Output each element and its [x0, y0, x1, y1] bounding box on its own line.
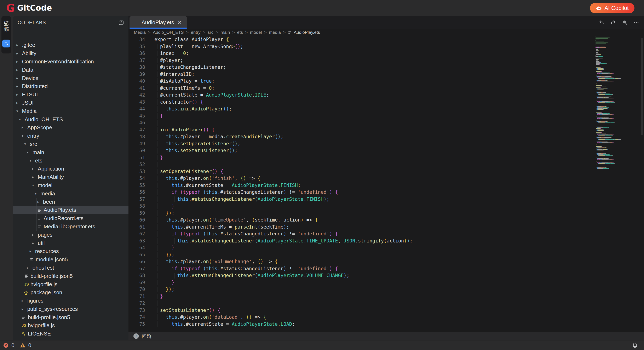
tree-folder-jsui[interactable]: ▸JSUI — [13, 99, 128, 107]
code-line-34[interactable]: 34export class AudioPlayer { — [128, 36, 644, 43]
code-line-52[interactable]: 52 — [128, 161, 644, 168]
tree-folder-ohostest[interactable]: ▸ohosTest — [13, 264, 128, 272]
tree-folder-media[interactable]: ▾Media — [13, 107, 128, 115]
code-line-57[interactable]: 57this.#statusChangedListener(AudioPlaye… — [128, 196, 644, 203]
tree-file-hvigorfile-js[interactable]: JShvigorfile.js — [13, 280, 128, 288]
code-line-56[interactable]: 56if (typeof (this.#statusChangedListene… — [128, 189, 644, 196]
code-line-44[interactable]: 44this.initAudioPlayer(); — [128, 106, 644, 112]
breadcrumb-item[interactable]: src — [208, 30, 214, 35]
code-line-47[interactable]: 47initAudioPlayer() { — [128, 126, 644, 134]
tree-file-build-profile-json5[interactable]: build-profile.json5 — [13, 313, 128, 322]
code-line-65[interactable]: 65}); — [128, 251, 644, 258]
code-line-37[interactable]: 37#player; — [128, 57, 644, 64]
chevron-collapsed-icon[interactable]: ▸ — [16, 51, 22, 56]
tree-folder-ets[interactable]: ▾ets — [13, 156, 128, 165]
tree-folder-entry[interactable]: ▾entry — [13, 132, 128, 140]
tree-folder-public-sys-resources[interactable]: ▸public_sys-resources — [13, 305, 128, 313]
edit-document-icon[interactable] — [2, 40, 10, 48]
tree-file-module-json5[interactable]: module.json5 — [13, 256, 128, 264]
chevron-collapsed-icon[interactable]: ▸ — [16, 43, 22, 47]
code-line-41[interactable]: 41#currentTimeMs = 0; — [128, 85, 644, 92]
breadcrumb-item[interactable]: main — [220, 30, 230, 35]
breadcrumb-item[interactable]: ets — [237, 30, 243, 35]
chevron-collapsed-icon[interactable]: ▸ — [27, 266, 32, 270]
chevron-expanded-icon[interactable]: ▾ — [30, 158, 35, 163]
code-line-42[interactable]: 42#currentState = AudioPlayerState.IDLE; — [128, 92, 644, 99]
code-line-35[interactable]: 35playlist = new Array<Song>(); — [128, 43, 644, 50]
breadcrumb-file[interactable]: AudioPlay.ets — [288, 30, 320, 35]
code-line-63[interactable]: 63this.#statusChangedListener(AudioPlaye… — [128, 238, 644, 244]
code-line-38[interactable]: 38#statusChangedListener; — [128, 64, 644, 71]
tree-folder-ability[interactable]: ▸Ability — [13, 49, 128, 58]
chevron-collapsed-icon[interactable]: ▸ — [16, 68, 22, 72]
breadcrumb-item[interactable]: Audio_OH_ETS — [153, 30, 184, 35]
code-line-74[interactable]: 74this.#player.on('dataLoad', () => { — [128, 314, 644, 321]
code-line-55[interactable]: 55this.#currentState = AudioPlayerState.… — [128, 182, 644, 189]
tree-folder-appscope[interactable]: ▸AppScope — [13, 124, 128, 132]
chevron-collapsed-icon[interactable]: ▸ — [32, 175, 38, 179]
problems-status[interactable]: 0 0 — [3, 342, 34, 348]
problems-bar[interactable]: ! 问题 — [128, 332, 644, 340]
chevron-collapsed-icon[interactable]: ▸ — [22, 298, 27, 303]
code-line-67[interactable]: 67if (typeof (this.#statusChangedListene… — [128, 265, 644, 272]
breadcrumb-item[interactable]: model — [250, 30, 262, 35]
breadcrumb-item[interactable]: entry — [191, 30, 200, 35]
code-line-53[interactable]: 53setOperateListener() { — [128, 168, 644, 175]
chevron-expanded-icon[interactable]: ▾ — [19, 117, 25, 122]
code-line-73[interactable]: 73setStatusListener() { — [128, 307, 644, 314]
code-line-68[interactable]: 68this.#statusChangedListener(AudioPlaye… — [128, 272, 644, 279]
code-line-48[interactable]: 48this.#player = media.createAudioPlayer… — [128, 133, 644, 140]
code-line-75[interactable]: 75this.#currentState = AudioPlayerState.… — [128, 321, 644, 328]
code-line-59[interactable]: 59}); — [128, 210, 644, 217]
code-editor[interactable]: 34export class AudioPlayer {35playlist =… — [128, 36, 644, 332]
code-line-72[interactable]: 72 — [128, 300, 644, 307]
tree-file-build-profile-json5[interactable]: build-profile.json5 — [13, 272, 128, 280]
code-line-39[interactable]: 39#intervalID; — [128, 71, 644, 78]
tree-folder-distributed[interactable]: ▸Distributed — [13, 82, 128, 90]
chevron-collapsed-icon[interactable]: ▸ — [22, 125, 27, 130]
undo-icon[interactable] — [598, 19, 605, 26]
tree-file-hvigorfile-js[interactable]: JShvigorfile.js — [13, 322, 128, 330]
chevron-collapsed-icon[interactable]: ▸ — [16, 92, 22, 97]
chevron-collapsed-icon[interactable]: ▸ — [32, 241, 38, 245]
chevron-collapsed-icon[interactable]: ▸ — [16, 101, 22, 105]
tree-file-package-json[interactable]: {}package.json — [13, 338, 128, 340]
chevron-expanded-icon[interactable]: ▾ — [35, 192, 40, 196]
tree-folder-application[interactable]: ▸Application — [13, 165, 128, 173]
tree-folder-pages[interactable]: ▸pages — [13, 231, 128, 239]
tree-file-audioplay-ets[interactable]: AudioPlay.ets — [13, 206, 128, 214]
chevron-collapsed-icon[interactable]: ▸ — [32, 166, 38, 171]
editor-scrollbar[interactable] — [641, 38, 644, 135]
code-line-58[interactable]: 58} — [128, 203, 644, 210]
tree-folder-figures[interactable]: ▸figures — [13, 297, 128, 305]
code-line-64[interactable]: 64} — [128, 244, 644, 251]
tree-folder-media[interactable]: ▾media — [13, 190, 128, 198]
tree-file-license[interactable]: LICENSE — [13, 330, 128, 338]
chevron-expanded-icon[interactable]: ▾ — [32, 183, 38, 188]
tree-folder-data[interactable]: ▸Data — [13, 66, 128, 74]
tab-close-icon[interactable]: ✕ — [177, 19, 182, 26]
code-line-61[interactable]: 61this.#currentTimeMs = parseInt(seekTim… — [128, 224, 644, 231]
chevron-collapsed-icon[interactable]: ▸ — [22, 307, 27, 311]
breadcrumb-item[interactable]: Media — [134, 30, 146, 35]
chevron-collapsed-icon[interactable]: ▸ — [32, 233, 38, 237]
chevron-collapsed-icon[interactable]: ▸ — [38, 200, 43, 204]
code-line-40[interactable]: 40#isAutoPlay = true; — [128, 78, 644, 85]
code-line-36[interactable]: 36index = 0; — [128, 50, 644, 57]
tree-folder-resources[interactable]: ▸resources — [13, 247, 128, 256]
tree-folder-main[interactable]: ▾main — [13, 148, 128, 156]
chevron-collapsed-icon[interactable]: ▸ — [30, 249, 35, 254]
tab-audioplay[interactable]: AudioPlay.ets ✕ — [130, 16, 187, 28]
search-icon[interactable] — [622, 19, 628, 26]
tree-file-package-json[interactable]: {}package.json — [13, 288, 128, 297]
chevron-expanded-icon[interactable]: ▾ — [16, 109, 22, 113]
breadcrumb-item[interactable]: media — [269, 30, 281, 35]
ai-copilot-button[interactable]: AI Copilot — [590, 3, 634, 13]
chevron-collapsed-icon[interactable]: ▸ — [16, 76, 22, 80]
code-line-50[interactable]: 50this.setStatusListener(); — [128, 147, 644, 154]
code-line-51[interactable]: 51} — [128, 154, 644, 161]
tree-folder-util[interactable]: ▸util — [13, 239, 128, 247]
chevron-collapsed-icon[interactable]: ▸ — [16, 84, 22, 88]
tree-folder-etsui[interactable]: ▸ETSUI — [13, 90, 128, 99]
activity-tab-edit[interactable]: 编辑 — [2, 16, 11, 54]
